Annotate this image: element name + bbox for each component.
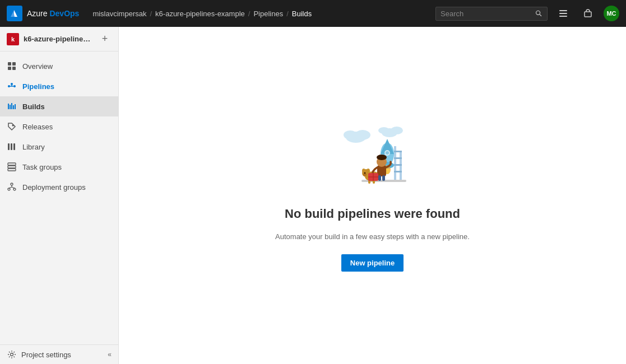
list-icon-btn[interactable] xyxy=(554,4,572,22)
empty-state: No build pipelines were found Automate y… xyxy=(275,119,470,272)
breadcrumb-project[interactable]: k6-azure-pipelines-example xyxy=(155,10,245,18)
sidebar-item-deployment-groups[interactable]: Deployment groups xyxy=(0,177,118,197)
breadcrumb-sep-3: / xyxy=(286,10,289,18)
svg-rect-44 xyxy=(394,157,402,159)
project-settings-button[interactable]: Project settings « xyxy=(0,344,118,364)
svg-point-58 xyxy=(367,169,370,173)
svg-point-12 xyxy=(13,85,16,87)
library-icon xyxy=(7,142,17,152)
pipelines-icon xyxy=(7,81,17,91)
add-project-button[interactable]: + xyxy=(98,32,112,46)
list-icon xyxy=(559,9,568,18)
svg-rect-46 xyxy=(394,171,402,172)
svg-rect-18 xyxy=(11,103,12,109)
svg-rect-24 xyxy=(13,143,15,150)
svg-rect-4 xyxy=(559,13,567,14)
breadcrumb-user[interactable]: mislavcimpersak xyxy=(92,10,146,18)
search-input[interactable] xyxy=(440,10,532,18)
svg-rect-20 xyxy=(15,104,16,109)
svg-rect-17 xyxy=(10,105,11,109)
top-nav-actions: MC xyxy=(435,4,619,22)
svg-rect-67 xyxy=(382,175,385,181)
svg-point-14 xyxy=(11,83,13,85)
sidebar-project[interactable]: k k6-azure-pipelines-e... + xyxy=(0,27,118,52)
svg-point-29 xyxy=(8,188,10,190)
svg-rect-9 xyxy=(8,67,11,70)
sidebar-nav: Overview Pipelines xyxy=(0,52,118,344)
builds-icon xyxy=(7,101,17,111)
sidebar-item-pipelines-label: Pipelines xyxy=(22,82,54,91)
svg-point-39 xyxy=(391,127,403,134)
sidebar-item-overview[interactable]: Overview xyxy=(0,56,118,76)
svg-rect-8 xyxy=(12,62,16,66)
svg-rect-45 xyxy=(394,164,402,166)
sidebar-item-deployment-groups-label: Deployment groups xyxy=(22,183,86,192)
svg-rect-26 xyxy=(8,166,16,168)
sidebar-item-library[interactable]: Library xyxy=(0,137,118,157)
svg-rect-43 xyxy=(394,151,402,152)
breadcrumb-pipelines[interactable]: Pipelines xyxy=(253,10,283,18)
svg-rect-27 xyxy=(8,169,16,171)
project-name: k6-azure-pipelines-e... xyxy=(24,35,94,43)
svg-line-33 xyxy=(12,187,15,188)
breadcrumb-sep-1: / xyxy=(150,10,152,18)
svg-rect-5 xyxy=(559,16,567,17)
svg-rect-22 xyxy=(8,143,10,150)
settings-icon xyxy=(7,349,17,360)
sidebar-item-pipelines[interactable]: Pipelines xyxy=(0,76,118,96)
svg-point-60 xyxy=(363,174,367,176)
empty-state-illustration xyxy=(317,119,429,198)
svg-point-30 xyxy=(13,188,16,190)
sidebar-item-overview-label: Overview xyxy=(22,62,53,71)
svg-rect-3 xyxy=(559,10,567,11)
main-content: No build pipelines were found Automate y… xyxy=(119,27,626,364)
breadcrumb-builds[interactable]: Builds xyxy=(292,10,312,18)
new-pipeline-button[interactable]: New pipeline xyxy=(341,254,404,272)
main-layout: k k6-azure-pipelines-e... + Overview xyxy=(0,27,626,364)
svg-point-1 xyxy=(536,11,540,15)
svg-point-11 xyxy=(8,85,10,87)
svg-point-51 xyxy=(386,151,389,155)
svg-point-36 xyxy=(355,130,370,140)
svg-point-40 xyxy=(378,127,389,134)
user-avatar[interactable]: MC xyxy=(604,6,619,21)
svg-rect-19 xyxy=(13,105,14,109)
logo[interactable]: Azure DevOps xyxy=(7,6,79,21)
sidebar-item-builds[interactable]: Builds xyxy=(0,96,118,116)
empty-illustration xyxy=(317,119,429,198)
deployment-groups-icon xyxy=(7,182,17,192)
sidebar-item-task-groups-label: Task groups xyxy=(22,163,62,171)
svg-line-2 xyxy=(540,15,541,16)
sidebar: k k6-azure-pipelines-e... + Overview xyxy=(0,27,119,364)
collapse-icon[interactable]: « xyxy=(108,351,112,358)
svg-rect-16 xyxy=(8,104,9,109)
sidebar-item-task-groups[interactable]: Task groups xyxy=(0,157,118,177)
breadcrumb-sep-2: / xyxy=(248,10,251,18)
svg-point-21 xyxy=(12,125,14,127)
shopping-bag-icon-btn[interactable] xyxy=(579,4,597,22)
svg-rect-6 xyxy=(585,12,591,17)
search-box[interactable] xyxy=(435,7,548,21)
sidebar-item-releases-label: Releases xyxy=(22,123,53,131)
project-icon: k xyxy=(7,33,19,45)
task-groups-icon xyxy=(7,162,17,172)
sidebar-item-builds-label: Builds xyxy=(22,102,45,111)
sidebar-item-releases[interactable]: Releases xyxy=(0,116,118,137)
releases-icon xyxy=(7,122,17,132)
overview-icon xyxy=(7,61,17,71)
svg-line-32 xyxy=(9,187,12,188)
empty-state-subtitle: Automate your build in a few easy steps … xyxy=(275,232,470,241)
search-icon xyxy=(535,10,542,17)
svg-rect-7 xyxy=(8,62,11,66)
svg-point-65 xyxy=(377,155,387,160)
breadcrumb: mislavcimpersak / k6-azure-pipelines-exa… xyxy=(92,10,431,18)
svg-point-37 xyxy=(344,130,357,139)
svg-rect-25 xyxy=(8,163,16,165)
brand-name: Azure DevOps xyxy=(27,9,79,18)
top-nav: Azure DevOps mislavcimpersak / k6-azure-… xyxy=(0,0,626,27)
svg-rect-10 xyxy=(12,67,16,70)
svg-rect-23 xyxy=(11,143,12,150)
shopping-bag-icon xyxy=(583,9,592,18)
azure-logo-icon xyxy=(7,6,22,21)
svg-rect-66 xyxy=(378,175,381,181)
